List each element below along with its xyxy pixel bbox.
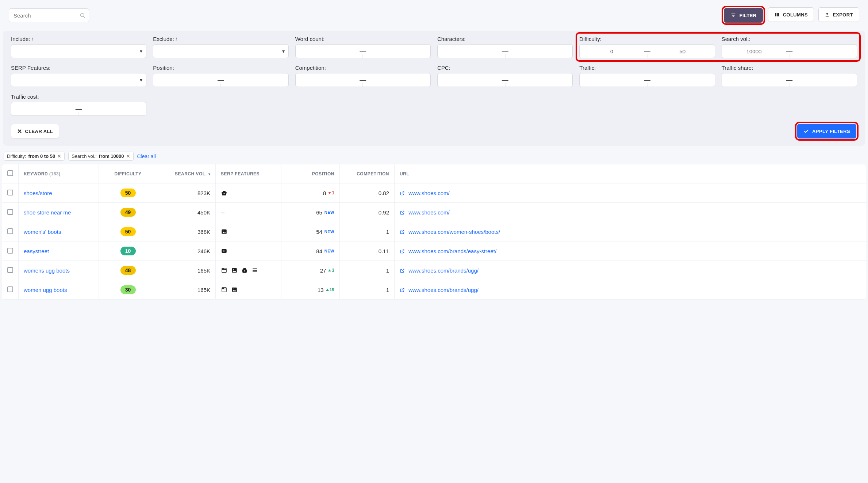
range-dash: — <box>786 76 792 84</box>
searchvol-min[interactable]: 10000 <box>722 48 786 54</box>
url-link[interactable]: www.shoes.com/women-shoes/boots/ <box>408 229 500 235</box>
svg-rect-6 <box>776 13 777 16</box>
filter-label-text: Traffic share: <box>722 65 857 71</box>
col-keyword[interactable]: KEYWORD (163) <box>19 164 99 183</box>
columns-button[interactable]: COLUMNS <box>768 7 814 22</box>
serp-select[interactable]: ▾ <box>11 73 146 87</box>
row-checkbox[interactable] <box>7 248 13 254</box>
row-checkbox[interactable] <box>7 190 13 195</box>
col-searchvol[interactable]: SEARCH VOL.▾ <box>157 164 216 183</box>
keyword-link[interactable]: shoes/store <box>24 190 52 196</box>
range-dash: — <box>502 47 508 55</box>
url-link[interactable]: www.shoes.com/ <box>408 209 450 216</box>
svg-rect-19 <box>253 270 257 271</box>
filter-traffic: Traffic: — <box>579 65 715 87</box>
position-value: 8 <box>323 190 326 196</box>
export-icon <box>825 12 830 17</box>
search-icon <box>80 12 85 18</box>
table-row: shoes/store 50 823K 8 1 0.82 www.shoes.c… <box>2 183 866 203</box>
cpc-range[interactable]: — <box>437 73 573 87</box>
exclude-select[interactable]: ▾ <box>153 44 288 58</box>
wordcount-range[interactable]: — <box>295 44 431 58</box>
clear-all-link[interactable]: Clear all <box>137 153 156 159</box>
chip-value: from 10000 <box>99 153 124 159</box>
arrow-down-icon <box>328 192 331 194</box>
serp-icons <box>221 267 276 274</box>
external-link-icon[interactable] <box>400 209 406 216</box>
chip-label: Difficulty: <box>7 153 26 159</box>
url-link[interactable]: www.shoes.com/ <box>408 190 450 196</box>
external-link-icon[interactable] <box>400 287 406 293</box>
keyword-link[interactable]: womens ugg boots <box>24 267 70 274</box>
new-badge: NEW <box>324 210 334 214</box>
filter-characters: Characters: — <box>437 36 573 58</box>
svg-point-10 <box>223 231 223 231</box>
range-dash: — <box>786 47 792 55</box>
characters-range[interactable]: — <box>437 44 573 58</box>
chip-value: from 0 to 50 <box>28 153 55 159</box>
svg-point-23 <box>223 288 223 288</box>
col-difficulty[interactable]: DIFFICULTY <box>99 164 157 183</box>
svg-point-24 <box>223 288 224 288</box>
sitelinks-icon <box>221 286 227 293</box>
close-icon[interactable]: ✕ <box>57 153 61 159</box>
svg-rect-4 <box>733 16 734 17</box>
trafficshare-range[interactable]: — <box>722 73 857 87</box>
svg-rect-18 <box>253 269 257 269</box>
search-input[interactable] <box>9 8 89 22</box>
chip-difficulty[interactable]: Difficulty: from 0 to 50 ✕ <box>4 152 65 161</box>
info-icon[interactable]: i <box>32 36 33 42</box>
svg-rect-5 <box>775 13 776 16</box>
row-checkbox[interactable] <box>7 286 13 292</box>
difficulty-range[interactable]: 0 — 50 <box>579 44 715 58</box>
chip-label: Search vol.: <box>72 153 97 159</box>
col-url[interactable]: URL <box>395 164 866 183</box>
external-link-icon[interactable] <box>400 248 406 254</box>
trafficcost-range[interactable]: — <box>11 102 146 116</box>
difficulty-min[interactable]: 0 <box>580 48 644 54</box>
searchvol-range[interactable]: 10000 — <box>722 44 857 58</box>
chip-searchvol[interactable]: Search vol.: from 10000 ✕ <box>68 152 133 161</box>
keyword-link[interactable]: women's' boots <box>24 229 61 235</box>
apply-filters-button[interactable]: APPLY FILTERS <box>797 124 856 138</box>
export-button[interactable]: EXPORT <box>818 7 859 22</box>
row-checkbox[interactable] <box>7 267 13 273</box>
traffic-range[interactable]: — <box>579 73 715 87</box>
range-dash: — <box>218 76 224 84</box>
external-link-icon[interactable] <box>400 267 406 274</box>
url-link[interactable]: www.shoes.com/brands/ugg/ <box>408 267 479 274</box>
search-volume-cell: 368K <box>157 222 216 242</box>
keyword-link[interactable]: women ugg boots <box>24 287 67 293</box>
select-all-checkbox[interactable] <box>7 170 13 176</box>
keyword-link[interactable]: easystreet <box>24 248 49 254</box>
close-icon[interactable]: ✕ <box>126 153 130 159</box>
serp-icons: – <box>221 209 276 216</box>
col-competition[interactable]: COMPETITION <box>340 164 395 183</box>
filter-button[interactable]: FILTER <box>724 8 763 23</box>
external-link-icon[interactable] <box>400 229 406 235</box>
clear-all-button[interactable]: ✕ CLEAR ALL <box>11 124 59 138</box>
basket-icon <box>221 190 227 196</box>
range-dash: — <box>644 76 650 84</box>
external-link-icon[interactable] <box>400 190 406 196</box>
row-checkbox[interactable] <box>7 228 13 234</box>
row-checkbox[interactable] <box>7 209 13 215</box>
keyword-link[interactable]: shoe store near me <box>24 209 71 216</box>
url-link[interactable]: www.shoes.com/brands/easy-street/ <box>408 248 496 254</box>
position-value: 65 <box>316 209 322 216</box>
filter-label-text: SERP Features: <box>11 65 146 71</box>
info-icon[interactable]: i <box>176 36 177 42</box>
position-range[interactable]: — <box>153 73 288 87</box>
clear-all-label: CLEAR ALL <box>25 129 53 134</box>
col-serp[interactable]: SERP FEATURES <box>216 164 281 183</box>
col-position[interactable]: POSITION <box>281 164 340 183</box>
competition-range[interactable]: — <box>295 73 431 87</box>
include-select[interactable]: ▾ <box>11 44 146 58</box>
search-box[interactable] <box>9 8 89 22</box>
difficulty-max[interactable]: 50 <box>650 48 715 54</box>
sort-desc-icon: ▾ <box>208 172 211 176</box>
url-link[interactable]: www.shoes.com/brands/ugg/ <box>408 287 479 293</box>
competition-cell: 1 <box>340 222 395 242</box>
range-dash: — <box>360 47 366 55</box>
chevron-down-icon: ▾ <box>282 48 285 54</box>
